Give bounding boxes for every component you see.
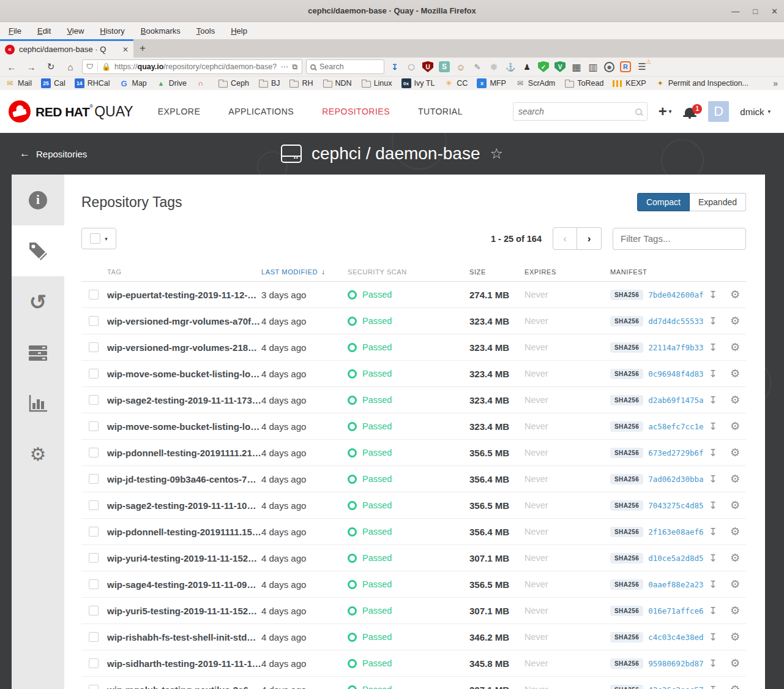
row-settings-gear-icon[interactable]: ⚙ (724, 472, 746, 486)
sha-hash-link[interactable]: 95980692bd87 (648, 659, 703, 668)
security-scan[interactable]: Passed (348, 369, 469, 378)
manifest[interactable]: SHA256 d10ce5a2d8d5 (610, 553, 702, 563)
row-checkbox[interactable] (89, 316, 99, 326)
create-new-button[interactable]: +▾ (659, 103, 672, 120)
manifest[interactable]: SHA256 7ad062d30bba (610, 474, 702, 484)
bookmark-item[interactable]: ∩ (196, 78, 209, 88)
menu-item[interactable]: Edit (37, 26, 51, 36)
row-settings-gear-icon[interactable]: ⚙ (724, 604, 746, 617)
row-checkbox[interactable] (89, 474, 99, 484)
manifest[interactable]: SHA256 673ed2729b6f (610, 448, 702, 458)
tag-name[interactable]: wip-move-some-bucket-listing-lo… (107, 421, 261, 432)
download-icon[interactable]: ↧ (702, 658, 724, 669)
tag-name[interactable]: wip-move-some-bucket-listing-lo… (107, 369, 261, 379)
account-icon[interactable]: ☻ (604, 62, 614, 72)
sha-hash-link[interactable]: 7ad062d30bba (648, 475, 703, 484)
sidebar-tab-history[interactable]: ↺ (12, 276, 64, 327)
bookmark-item[interactable]: 0x Ivy TL (401, 78, 435, 88)
tag-name[interactable]: wip-mgolub-testing-nautilus-3a6… (107, 685, 261, 689)
back-to-repositories-link[interactable]: ← Repositories (20, 148, 87, 160)
row-settings-gear-icon[interactable]: ⚙ (724, 525, 746, 538)
green-shield-v-icon[interactable]: V (554, 61, 566, 72)
security-scan[interactable]: Passed (348, 658, 469, 668)
col-header-last-modified[interactable]: LAST MODIFIED↓ (261, 268, 348, 276)
quay-nav-tab[interactable]: TUTORIAL (418, 107, 463, 116)
download-icon[interactable]: ↧ (702, 631, 724, 643)
bookmark-item[interactable]: ✳ CC (444, 78, 468, 88)
tag-name[interactable]: wip-epuertat-testing-2019-11-12-… (107, 290, 261, 300)
tag-name[interactable]: wip-pdonnell-testing-20191111.15… (107, 527, 261, 537)
sidebar-tab-info[interactable]: i (12, 175, 64, 225)
sha-hash-link[interactable]: 0c96948f4d83 (648, 369, 703, 378)
sidebar-tab-tags[interactable] (12, 225, 64, 276)
manifest[interactable]: SHA256 7043275c4d85 (610, 500, 702, 511)
security-scan[interactable]: Passed (348, 395, 469, 405)
minimize-button[interactable]: — (731, 7, 739, 16)
download-icon[interactable]: ↧ (702, 315, 724, 327)
row-settings-gear-icon[interactable]: ⚙ (724, 657, 746, 670)
page-actions-icon[interactable]: ⋯ (280, 62, 288, 71)
bookmark-item[interactable]: ▲ Drive (156, 78, 187, 88)
sidebar-tab-settings[interactable]: ⚙ (12, 429, 64, 480)
gnome-extension-icon[interactable]: ♟ (521, 61, 532, 72)
row-settings-gear-icon[interactable]: ⚙ (724, 393, 746, 407)
quay-nav-tab[interactable]: APPLICATIONS (228, 107, 294, 116)
sha-hash-link[interactable]: 22114a7f9b33 (648, 343, 703, 352)
download-icon[interactable]: ↧ (702, 579, 724, 590)
download-icon[interactable]: ↧ (702, 552, 724, 564)
tracking-shield-icon[interactable]: 🛡 (86, 62, 94, 71)
menu-icon[interactable]: ☰⚠ (635, 61, 649, 72)
sha-hash-link[interactable]: dd7d4dc55533 (648, 317, 703, 326)
next-page-button[interactable]: › (577, 227, 602, 250)
col-header-manifest[interactable]: MANIFEST (610, 268, 702, 276)
browser-search-input[interactable] (319, 62, 375, 71)
col-header-size[interactable]: SIZE (469, 268, 525, 276)
sha-hash-link[interactable]: 0aaef88e2a23 (648, 580, 703, 589)
row-checkbox[interactable] (89, 553, 99, 563)
download-icon[interactable]: ↧ (702, 473, 724, 485)
security-scan[interactable]: Passed (348, 685, 469, 689)
sidebar-tab-builds[interactable] (12, 327, 64, 378)
tab-close-icon[interactable]: ✕ (122, 45, 129, 54)
compact-view-button[interactable]: Compact (637, 193, 690, 211)
bookmark-item[interactable]: ✦ Permit and Inspection... (655, 78, 749, 88)
manifest[interactable]: SHA256 42c36c2eec57 (610, 685, 702, 689)
green-shield-icon[interactable]: ✓ (538, 61, 549, 72)
manifest[interactable]: SHA256 95980692bd87 (610, 658, 702, 669)
row-checkbox[interactable] (89, 658, 99, 668)
manifest[interactable]: SHA256 ac58efc7cc1e (610, 421, 702, 432)
previous-page-button[interactable]: ‹ (553, 227, 577, 250)
sha-hash-link[interactable]: 7bde042600af (648, 290, 703, 299)
row-settings-gear-icon[interactable]: ⚙ (724, 314, 746, 328)
sha-hash-link[interactable]: c4c03c4e38ed (648, 633, 703, 642)
sha-hash-link[interactable]: d2ab69f1475a (648, 396, 703, 405)
download-icon[interactable]: ↧ (702, 684, 724, 689)
security-scan[interactable]: Passed (348, 474, 469, 484)
row-checkbox[interactable] (89, 369, 99, 378)
row-settings-gear-icon[interactable]: ⚙ (724, 446, 746, 459)
select-all-dropdown[interactable]: ▾ (81, 228, 116, 249)
tag-name[interactable]: wip-jd-testing-09b3a46-centos-7… (107, 474, 261, 484)
row-checkbox[interactable] (89, 290, 99, 299)
bookmark-item[interactable]: NDN (323, 78, 352, 88)
tampermonkey-icon[interactable]: ☺ (455, 61, 466, 72)
sha-hash-link[interactable]: ac58efc7cc1e (648, 422, 703, 431)
col-header-tag[interactable]: TAG (107, 268, 261, 276)
bookmark-item[interactable]: KEXP (613, 79, 646, 88)
manifest[interactable]: SHA256 d2ab69f1475a (610, 395, 702, 405)
forward-icon[interactable]: → (23, 62, 39, 72)
bookmark-item[interactable]: x MFP (477, 78, 506, 88)
close-button[interactable]: ✕ (771, 7, 778, 16)
quay-search-box[interactable] (513, 102, 648, 121)
security-scan[interactable]: Passed (348, 553, 469, 563)
expanded-view-button[interactable]: Expanded (690, 193, 746, 211)
bookmark-item[interactable]: 14 RHCal (75, 78, 110, 88)
row-checkbox[interactable] (89, 632, 99, 642)
sidebar-tab-usage-logs[interactable] (12, 378, 64, 429)
row-checkbox[interactable] (89, 527, 99, 537)
back-icon[interactable]: ← (4, 62, 20, 72)
maximize-button[interactable]: □ (753, 7, 758, 16)
manifest[interactable]: SHA256 7bde042600af (610, 290, 702, 300)
download-manager-icon[interactable]: ↧ (389, 61, 400, 72)
row-settings-gear-icon[interactable]: ⚙ (724, 551, 746, 565)
